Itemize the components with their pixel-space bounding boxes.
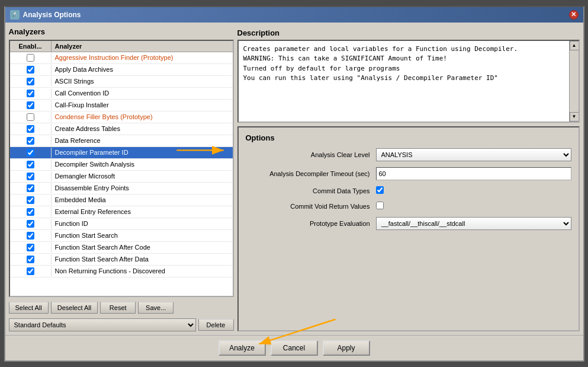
analyzer-checkbox[interactable] [27,256,34,263]
table-row[interactable]: Embedded Media [10,194,233,206]
analyzer-checkbox[interactable] [27,244,34,251]
enable-cell [10,195,52,205]
table-row[interactable]: Apply Data Archives [10,64,233,76]
analyzer-name: Create Address Tables [55,125,120,132]
cancel-button[interactable]: Cancel [271,340,318,356]
prototype-evaluation-label: Prototype Evaluation [246,220,376,227]
table-row[interactable]: Condense Filler Bytes (Prototype) [10,111,233,123]
enable-cell [10,254,52,264]
table-row[interactable]: Aggressive Instruction Finder (Prototype… [10,52,233,64]
analyzer-name: Function ID [55,220,88,227]
analyzer-name: Function Start Search After Code [55,244,150,251]
enable-column-header: Enabl... [10,41,52,52]
table-row[interactable]: Create Address Tables [10,123,233,135]
table-row[interactable]: Call-Fixup Installer [10,100,233,111]
analyzer-checkbox[interactable] [27,220,34,228]
analyzer-checkbox[interactable] [27,78,34,85]
analyzer-checkbox[interactable] [27,66,34,74]
analyzer-name: Decompiler Switch Analysis [55,161,135,168]
enable-cell [10,242,52,253]
table-row[interactable]: ASCII Strings [10,76,233,88]
analyzer-checkbox[interactable] [27,173,34,180]
dialog-title: Analysis Options [23,11,81,19]
description-section: Creates parameter and local variables fo… [237,40,580,123]
enable-cell [10,76,52,87]
enable-cell [10,65,52,75]
description-label: Description [237,26,580,40]
analyzer-checkbox[interactable] [27,125,34,133]
table-row[interactable]: Function Start Search After Data [10,254,233,266]
commit-data-types-control [376,186,571,196]
decompiler-timeout-control [376,167,571,180]
analysis-clear-level-label: Analysis Clear Level [246,151,376,158]
table-row[interactable]: External Entry References [10,206,233,218]
table-row[interactable]: Function Start Search [10,230,233,242]
table-row[interactable]: Data Reference [10,135,233,147]
table-row[interactable]: Demangler Microsoft [10,171,233,183]
enable-cell [10,266,52,276]
scroll-down-arrow[interactable]: ▼ [570,112,579,122]
enable-cell [10,159,52,170]
analyzer-name: Function Start Search [55,232,118,239]
commit-void-return-row: Commit Void Return Values [246,202,571,211]
save-button[interactable]: Save... [138,302,173,314]
enable-cell [10,136,52,146]
commit-void-return-label: Commit Void Return Values [246,203,376,210]
analyzer-name: Apply Data Archives [55,66,113,73]
prototype-evaluation-control: __fastcall/__thiscall/__stdcall __cdecl … [376,217,571,230]
options-label: Options [246,133,571,142]
preset-dropdown[interactable]: Standard Defaults Custom [9,318,196,331]
commit-void-return-control [376,202,571,211]
enable-cell [10,53,52,63]
app-icon: 🔬 [10,10,20,20]
table-row[interactable]: Decompiler Switch Analysis [10,159,233,171]
decompiler-timeout-input[interactable] [376,167,571,180]
analyzer-checkbox[interactable] [27,232,34,240]
analyzer-checkbox[interactable] [27,54,34,62]
table-row[interactable]: Decompiler Parameter ID [10,147,233,159]
table-row[interactable]: Non Returning Functions - Discovered [10,266,233,277]
analyzer-name: Call Convention ID [55,90,110,97]
reset-button[interactable]: Reset [100,302,136,314]
table-row[interactable]: Function ID [10,218,233,230]
analyzer-checkbox[interactable] [27,267,34,275]
dialog-body: Analyzers Enabl... Analyzer Aggressive I… [5,23,583,335]
prototype-evaluation-dropdown[interactable]: __fastcall/__thiscall/__stdcall __cdecl … [376,217,571,230]
analyzer-checkbox[interactable] [27,184,34,192]
analyzer-checkbox[interactable] [27,113,34,121]
table-row[interactable]: Function Start Search After Code [10,242,233,254]
table-body[interactable]: Aggressive Instruction Finder (Prototype… [10,52,233,296]
description-scrollbar[interactable]: ▲ ▼ [569,41,579,122]
table-row[interactable]: Disassemble Entry Points [10,183,233,194]
enable-cell [10,88,52,98]
analyzer-name: Disassemble Entry Points [55,184,129,192]
scroll-up-arrow[interactable]: ▲ [570,41,579,50]
commit-data-types-label: Commit Data Types [246,187,376,194]
analyzer-checkbox[interactable] [27,161,34,168]
commit-void-return-checkbox[interactable] [376,202,384,209]
analyzer-checkbox[interactable] [27,196,34,204]
commit-data-types-checkbox[interactable] [376,186,384,194]
analyzer-checkbox[interactable] [27,137,34,145]
delete-button[interactable]: Delete [198,319,234,331]
enable-cell [10,183,52,193]
dialog-footer: Analyze Cancel Apply [5,335,583,360]
analyze-button[interactable]: Analyze [219,340,266,356]
table-row[interactable]: Call Convention ID [10,88,233,100]
apply-button[interactable]: Apply [323,340,370,356]
analyzer-checkbox[interactable] [27,208,34,216]
select-all-button[interactable]: Select All [9,302,49,314]
enable-cell [10,148,52,158]
enable-cell [10,219,52,229]
analyzer-name: Demangler Microsoft [55,173,115,180]
deselect-all-button[interactable]: Deselect All [51,302,98,314]
analyzer-checkbox[interactable] [27,149,34,157]
analyzer-name: Embedded Media [55,196,106,203]
analyzer-name: External Entry References [55,208,131,215]
left-panel: Analyzers Enabl... Analyzer Aggressive I… [9,26,234,331]
close-button[interactable]: ✕ [569,10,579,20]
analyzer-checkbox[interactable] [27,90,34,97]
analysis-clear-level-dropdown[interactable]: ANALYSIS BASIC FULL NONE [376,148,571,161]
analyzer-checkbox[interactable] [27,101,34,109]
enable-cell [10,231,52,241]
